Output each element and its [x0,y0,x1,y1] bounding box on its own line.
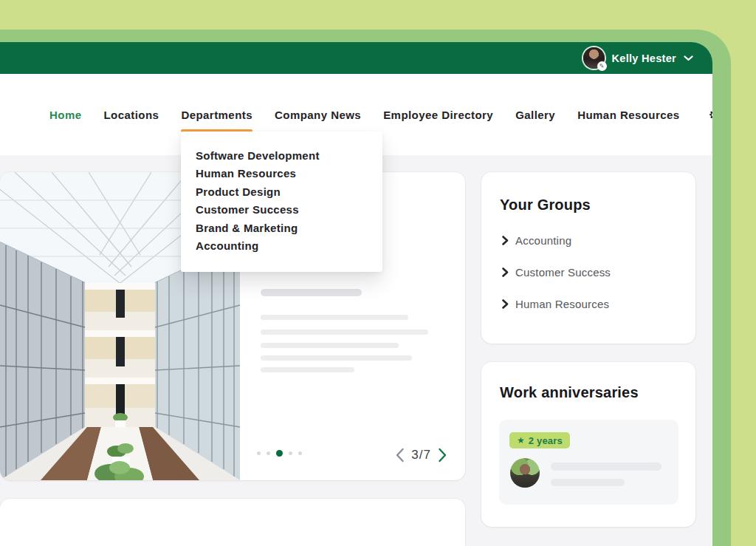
your-groups-card: Your Groups Accounting Customer Success … [481,172,695,344]
work-anniversaries-title: Work anniversaries [500,384,639,401]
settings-gear-icon[interactable] [707,109,712,121]
skeleton-line [551,479,625,486]
menu-item-accounting[interactable]: Accounting [196,237,368,255]
avatar-edit-icon: ✎ [597,61,607,71]
top-bar: ✎ Kelly Hester [0,42,712,74]
anniversary-entry[interactable]: ★ 2 years [499,420,678,505]
departments-dropdown-menu: Software Development Human Resources Pro… [181,132,382,272]
menu-item-software-development[interactable]: Software Development [196,147,368,165]
skeleton-title [261,289,362,296]
skeleton-line [261,343,399,348]
your-groups-title: Your Groups [500,197,591,214]
nav-item-departments[interactable]: Departments [181,109,252,121]
nav-item-employee-directory[interactable]: Employee Directory [383,109,493,121]
employee-avatar [510,458,540,488]
menu-item-customer-success[interactable]: Customer Success [196,201,368,219]
carousel-dot[interactable] [289,451,292,455]
chevron-down-icon[interactable] [684,55,693,61]
carousel-dot[interactable] [298,451,302,455]
content-card-partial [0,499,465,546]
skeleton-line [261,367,354,372]
chevron-right-icon [502,236,509,245]
carousel-dots [257,450,302,457]
group-label: Human Resources [515,298,609,310]
chevron-right-icon [502,299,509,309]
nav-item-gallery[interactable]: Gallery [515,109,555,121]
menu-item-human-resources[interactable]: Human Resources [196,165,368,182]
carousel-pager: 3/7 [395,448,447,463]
carousel-prev-button[interactable] [395,448,405,463]
carousel-dot[interactable] [257,451,261,455]
user-name[interactable]: Kelly Hester [612,52,676,64]
group-item-customer-success[interactable]: Customer Success [502,266,611,279]
anniversary-badge-label: 2 years [529,435,563,446]
nav-item-company-news[interactable]: Company News [275,109,361,121]
carousel-page-indicator: 3/7 [411,448,431,463]
skeleton-line [261,355,412,361]
skeleton-line [551,463,662,471]
anniversary-badge: ★ 2 years [509,432,570,448]
menu-item-product-design[interactable]: Product Design [196,183,368,201]
group-label: Accounting [515,234,571,247]
skeleton-line [261,330,428,335]
carousel-dot[interactable] [276,450,283,457]
carousel-dot[interactable] [267,451,270,455]
skeleton-line [261,315,408,320]
nav-item-human-resources[interactable]: Human Resources [577,109,679,121]
chevron-right-icon [502,267,509,277]
user-avatar[interactable]: ✎ [583,47,605,69]
group-label: Customer Success [515,266,611,279]
work-anniversaries-card: Work anniversaries ★ 2 years [481,362,695,527]
nav-item-locations[interactable]: Locations [103,109,159,121]
group-item-human-resources[interactable]: Human Resources [502,298,609,310]
intranet-site: ✎ Kelly Hester Home Locations Department… [0,42,712,546]
star-icon: ★ [517,436,525,445]
nav-item-home[interactable]: Home [49,109,81,121]
carousel-next-button[interactable] [438,448,447,463]
group-item-accounting[interactable]: Accounting [502,234,571,247]
menu-item-brand-marketing[interactable]: Brand & Marketing [196,219,368,237]
